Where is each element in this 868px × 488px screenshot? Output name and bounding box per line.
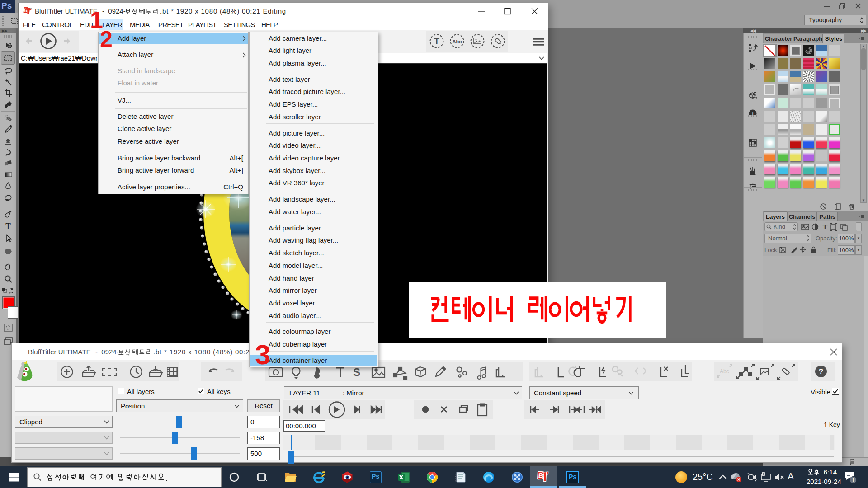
svg-text:S: S (353, 366, 360, 378)
svg-text:T: T (823, 223, 827, 230)
svg-text:T: T (5, 221, 11, 231)
svg-text:T: T (434, 37, 439, 46)
svg-text:1: 1 (852, 477, 855, 483)
svg-text:Abc: Abc (453, 39, 462, 44)
svg-text:?: ? (819, 367, 823, 376)
svg-text:Abc: Abc (720, 368, 729, 375)
